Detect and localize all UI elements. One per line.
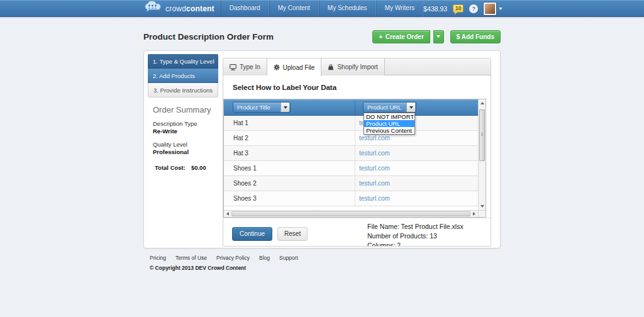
table-row: Hat 1 testurl.com xyxy=(224,116,478,131)
scroll-down-arrow-icon[interactable] xyxy=(479,203,486,209)
panel-heading: Select How to Label Your Data xyxy=(233,84,481,91)
tab-type-in[interactable]: Type In xyxy=(223,58,267,75)
shopping-bag-icon xyxy=(328,64,334,70)
avatar xyxy=(484,3,496,15)
dropdown-option-do-not-import[interactable]: DO NOT IMPORT xyxy=(364,113,414,120)
file-info: File Name: Test Product File.xlsx Number… xyxy=(367,221,482,247)
quality-level-value: Professional xyxy=(153,148,218,156)
nav-item-dashboard[interactable]: Dashboard xyxy=(221,0,269,17)
plus-icon: + xyxy=(379,33,382,40)
footer-link-blog[interactable]: Blog xyxy=(259,255,270,261)
page-title: Product Description Order Form xyxy=(143,32,274,42)
main-nav: Dashboard My Content My Schedules My Wri… xyxy=(221,0,423,17)
total-cost-value: $0.00 xyxy=(191,164,206,172)
brand-logo[interactable]: crowdcontent xyxy=(143,1,214,16)
upload-panel: Type In Upload File Shopify Import Selec… xyxy=(223,58,491,247)
select-arrow-icon xyxy=(406,103,415,112)
table-row: Shoes 1 testurl.com xyxy=(224,161,478,176)
total-cost-label: Total Cost: xyxy=(155,164,186,172)
nav-item-my-schedules[interactable]: My Schedules xyxy=(319,0,376,17)
description-type-value: Re-Write xyxy=(153,128,218,135)
copyright-text: © Copyright 2013 DEV Crowd Content xyxy=(150,265,501,271)
footer-link-terms[interactable]: Terms of Use xyxy=(175,255,207,261)
account-balance[interactable]: $438.93 xyxy=(423,5,447,13)
tab-shopify-import[interactable]: Shopify Import xyxy=(321,58,384,75)
vertical-scrollbar[interactable] xyxy=(478,99,486,210)
gear-icon xyxy=(274,64,280,70)
description-type-label: Description Type xyxy=(153,120,218,128)
horizontal-scroll-thumb[interactable] xyxy=(231,211,470,216)
scroll-left-arrow-icon[interactable] xyxy=(225,211,231,217)
add-funds-button[interactable]: $ Add Funds xyxy=(450,30,501,43)
product-url-link[interactable]: testurl.com xyxy=(359,180,390,187)
create-order-dropdown-caret[interactable] xyxy=(433,30,444,43)
table-row: Shoes 3 testurl.com xyxy=(224,191,478,206)
wizard-sidebar: 1. Type & Quality Level 2. Add Products … xyxy=(148,54,218,245)
nav-item-my-writers[interactable]: My Writers xyxy=(376,0,424,17)
page-footer: Pricing Terms of Use Privacy Policy Blog… xyxy=(143,248,501,271)
help-icon[interactable]: ? xyxy=(469,4,478,13)
product-url-link[interactable]: testurl.com xyxy=(359,135,390,142)
order-form-card: 1. Type & Quality Level 2. Add Products … xyxy=(143,50,501,248)
product-title-cell: Shoes 2 xyxy=(224,176,355,191)
top-navbar: crowdcontent Dashboard My Content My Sch… xyxy=(0,0,644,17)
brand-name: crowdcontent xyxy=(165,4,214,13)
tabstrip: Type In Upload File Shopify Import xyxy=(223,58,491,75)
notification-badge[interactable]: 10 xyxy=(453,4,464,13)
continue-button[interactable]: Continue xyxy=(232,227,272,241)
column1-mapping-select[interactable]: Product Title xyxy=(233,102,291,113)
horizontal-scrollbar[interactable] xyxy=(224,210,478,217)
scroll-up-arrow-icon[interactable] xyxy=(479,100,486,106)
order-summary: Order Summary Description Type Re-Write … xyxy=(148,97,218,172)
select-arrow-icon xyxy=(280,103,289,112)
file-name-text: File Name: Test Product File.xlsx xyxy=(367,222,482,231)
footer-link-pricing[interactable]: Pricing xyxy=(150,255,166,261)
user-menu[interactable] xyxy=(484,3,502,15)
reset-button[interactable]: Reset xyxy=(277,227,308,241)
column2-open-dropdown: DO NOT IMPORT Product URL Previous Conte… xyxy=(364,113,415,135)
cloud-people-icon xyxy=(143,1,162,16)
wizard-step-type-quality[interactable]: 1. Type & Quality Level xyxy=(148,54,218,69)
wizard-step-provide-instructions[interactable]: 3. Provide Instructions xyxy=(148,83,218,97)
product-title-cell: Hat 3 xyxy=(224,146,355,160)
mapping-table: Product Title Product URL DO NOT IMPORT xyxy=(223,99,486,218)
product-count-text: Number of Products: 13 xyxy=(367,231,482,241)
footer-link-privacy[interactable]: Privacy Policy xyxy=(216,255,250,261)
dropdown-option-previous-content[interactable]: Previous Content xyxy=(364,127,414,134)
scrollbar-corner xyxy=(478,210,486,217)
chevron-down-icon xyxy=(499,8,502,10)
product-url-link[interactable]: testurl.com xyxy=(359,165,390,172)
order-summary-title: Order Summary xyxy=(153,105,218,114)
tab-upload-file[interactable]: Upload File xyxy=(267,58,322,76)
caret-down-icon xyxy=(436,35,440,38)
column2-mapping-select[interactable]: Product URL xyxy=(363,102,416,113)
product-title-cell: Shoes 1 xyxy=(224,161,355,175)
footer-link-support[interactable]: Support xyxy=(279,255,298,261)
table-row: Shoes 2 testurl.com xyxy=(224,176,478,191)
table-row: Hat 3 testurl.com xyxy=(224,146,478,161)
product-title-cell: Hat 2 xyxy=(224,131,355,145)
wizard-step-add-products[interactable]: 2. Add Products xyxy=(148,69,218,83)
mapping-table-rows: Hat 1 testurl.com Hat 2 testurl.com Hat … xyxy=(224,116,478,206)
quality-level-label: Quality Level xyxy=(153,141,218,148)
table-row: Hat 2 testurl.com xyxy=(224,131,478,146)
product-url-link[interactable]: testurl.com xyxy=(359,195,390,202)
product-title-cell: Shoes 3 xyxy=(224,191,355,206)
form-actions: Continue Reset File Name: Test Product F… xyxy=(223,218,491,247)
monitor-icon xyxy=(230,64,236,70)
vertical-scroll-thumb[interactable] xyxy=(479,109,485,161)
columns-text: Columns: 2 xyxy=(367,241,482,247)
nav-item-my-content[interactable]: My Content xyxy=(269,0,319,17)
dropdown-option-product-url[interactable]: Product URL xyxy=(364,120,414,127)
product-url-link[interactable]: testurl.com xyxy=(359,150,390,157)
scroll-right-arrow-icon[interactable] xyxy=(471,211,477,217)
product-title-cell: Hat 1 xyxy=(224,116,355,130)
mapping-table-header: Product Title Product URL xyxy=(224,99,478,116)
create-order-button[interactable]: +Create Order xyxy=(372,30,430,43)
